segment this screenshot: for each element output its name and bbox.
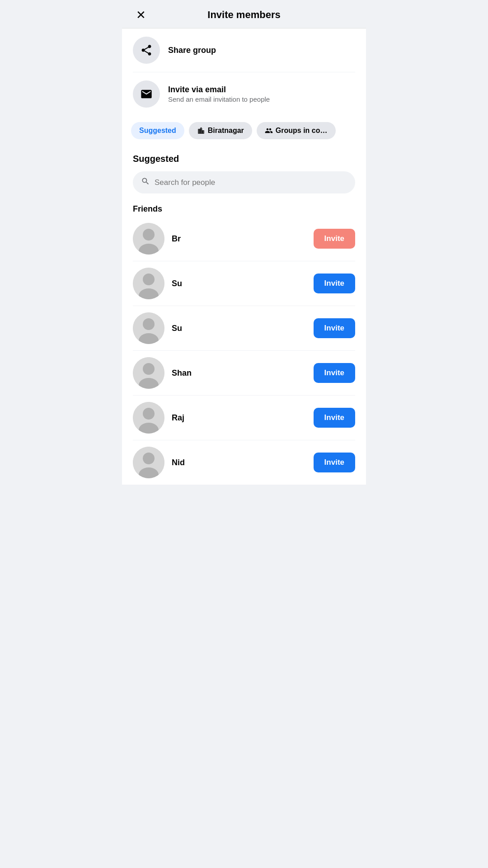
search-bar-wrap (122, 169, 366, 200)
person-row: Br Invite (122, 217, 366, 261)
person-name: Raj (172, 413, 306, 423)
search-input[interactable] (155, 178, 347, 187)
person-name: Nid (172, 458, 306, 467)
invite-email-item[interactable]: Invite via email Send an email invitatio… (122, 72, 366, 116)
svg-point-7 (143, 318, 155, 330)
invite-button[interactable]: Invite (314, 318, 355, 338)
avatar (133, 268, 164, 299)
tab-suggested-label: Suggested (139, 127, 176, 135)
share-group-text: Share group (168, 46, 216, 55)
suggested-section-title: Suggested (122, 146, 366, 169)
share-group-title: Share group (168, 46, 216, 55)
svg-point-13 (143, 408, 155, 420)
person-row: Su Invite (122, 306, 366, 350)
invite-button[interactable]: Invite (314, 229, 355, 249)
email-icon (140, 88, 153, 100)
svg-point-1 (143, 229, 155, 241)
friends-section-title: Friends (122, 200, 366, 217)
search-bar[interactable] (133, 171, 355, 193)
invite-button[interactable]: Invite (314, 408, 355, 428)
invite-button[interactable]: Invite (314, 453, 355, 472)
share-group-item[interactable]: Share group (122, 28, 366, 72)
avatar (133, 402, 164, 434)
invite-button[interactable]: Invite (314, 274, 355, 293)
tab-suggested[interactable]: Suggested (131, 122, 184, 139)
person-row: Su Invite (122, 261, 366, 306)
friends-list: Br Invite Su Invite Su Invite (122, 217, 366, 485)
svg-point-16 (143, 453, 155, 464)
invite-button[interactable]: Invite (314, 363, 355, 383)
invite-email-text: Invite via email Send an email invitatio… (168, 85, 270, 103)
person-row: Raj Invite (122, 396, 366, 440)
invite-email-title: Invite via email (168, 85, 270, 94)
tab-groups-label: Groups in co… (276, 127, 328, 135)
header: ✕ Invite members (122, 0, 366, 28)
building-icon (197, 127, 205, 135)
avatar (133, 357, 164, 389)
email-icon-wrap (133, 80, 160, 108)
tabs-row: Suggested Biratnagar Groups in co… (122, 116, 366, 146)
avatar (133, 312, 164, 344)
page-title: Invite members (207, 9, 280, 21)
person-name: Br (172, 234, 306, 244)
search-icon (141, 177, 150, 188)
person-name: Shan (172, 368, 306, 378)
tab-biratnagar[interactable]: Biratnagar (189, 122, 252, 139)
tab-biratnagar-label: Biratnagar (208, 127, 244, 135)
person-name: Su (172, 324, 306, 333)
person-name: Su (172, 279, 306, 288)
share-icon (140, 44, 153, 57)
avatar (133, 223, 164, 255)
svg-point-10 (143, 363, 155, 375)
avatar (133, 447, 164, 478)
tab-groups-in-common[interactable]: Groups in co… (257, 122, 336, 139)
groups-icon (265, 127, 273, 135)
share-icon-wrap (133, 37, 160, 64)
invite-email-subtitle: Send an email invitation to people (168, 95, 270, 103)
svg-point-4 (143, 274, 155, 285)
close-button[interactable]: ✕ (131, 5, 151, 25)
content-area: Share group Invite via email Send an ema… (122, 28, 366, 485)
person-row: Shan Invite (122, 351, 366, 395)
person-row: Nid Invite (122, 440, 366, 485)
